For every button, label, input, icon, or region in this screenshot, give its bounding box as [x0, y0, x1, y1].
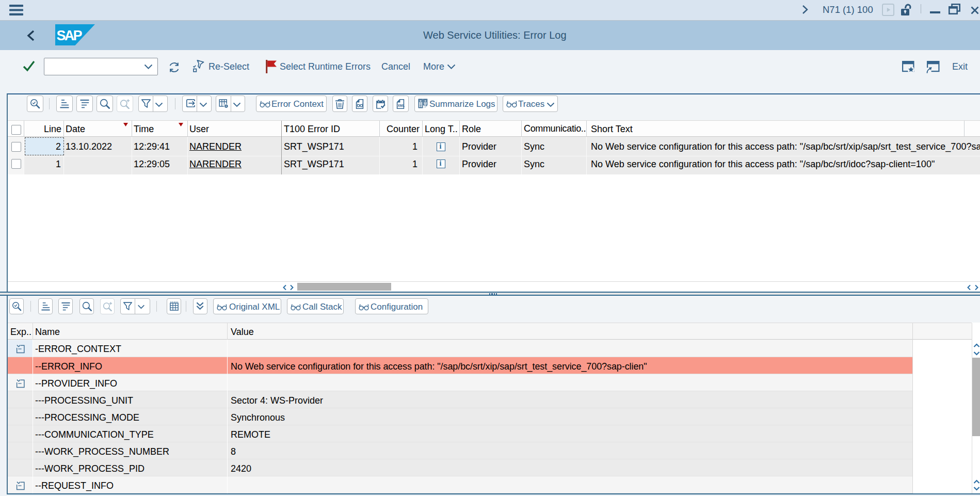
- svg-text:XML: XML: [398, 104, 405, 107]
- svg-text:SAP: SAP: [57, 28, 83, 43]
